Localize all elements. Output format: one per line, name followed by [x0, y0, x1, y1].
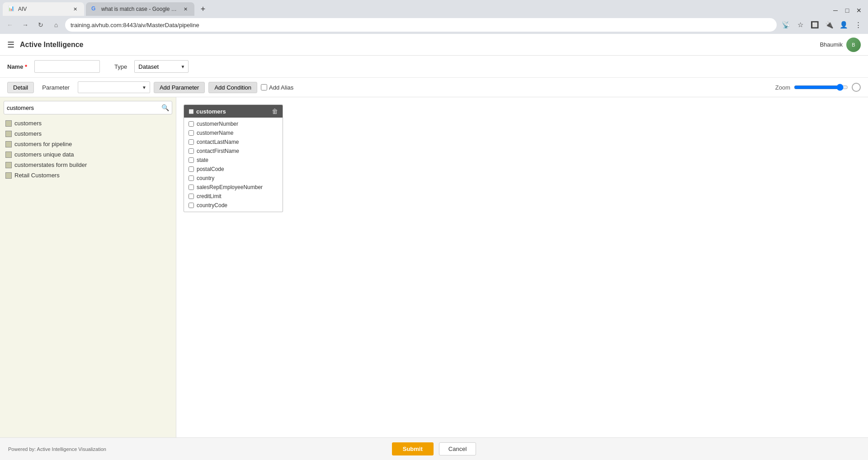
- dataset-icon: ▦: [189, 108, 193, 114]
- hamburger-menu[interactable]: ☰: [7, 40, 14, 50]
- add-parameter-button[interactable]: Add Parameter: [154, 82, 205, 93]
- field-label-countryCode: countryCode: [197, 202, 227, 209]
- zoom-controls: Zoom: [775, 83, 861, 92]
- cancel-button[interactable]: Cancel: [439, 442, 476, 455]
- field-label-contactLastName: contactLastName: [197, 139, 239, 145]
- name-input[interactable]: [34, 60, 100, 73]
- field-label-country: country: [197, 175, 214, 181]
- field-row-countryCode: countryCode: [184, 201, 283, 210]
- field-check-contactFirstName[interactable]: [189, 148, 194, 154]
- sidebar-item-label-3: customers for pipeline: [14, 141, 72, 147]
- detail-tab[interactable]: Detail: [7, 82, 34, 93]
- parameter-dropdown-wrapper: ▼: [78, 81, 150, 93]
- zoom-circle-indicator: [852, 83, 861, 92]
- submit-button[interactable]: Submit: [392, 442, 434, 455]
- field-label-creditLimit: creditLimit: [197, 193, 222, 199]
- dataset-delete-button[interactable]: 🗑: [272, 108, 278, 115]
- table-icon-3: [5, 141, 12, 147]
- sidebar-item-customerstates[interactable]: customerstates form builder: [4, 160, 172, 170]
- search-bar: 🔍: [4, 101, 172, 114]
- powered-by-text: Powered by: Active Intelligence Visualiz…: [8, 446, 106, 452]
- field-check-creditLimit[interactable]: [189, 194, 194, 199]
- tab-google[interactable]: G what is match case - Google Sea... ✕: [86, 2, 194, 16]
- bookmark-icon[interactable]: ☆: [794, 19, 807, 31]
- parameter-tab[interactable]: Parameter: [38, 82, 74, 93]
- sidebar-item-label-5: customerstates form builder: [14, 161, 87, 168]
- sidebar-item-customers-1[interactable]: customers: [4, 118, 172, 128]
- sidebar-item-customers-pipeline[interactable]: customers for pipeline: [4, 139, 172, 149]
- sidebar-item-customers-2[interactable]: customers: [4, 128, 172, 139]
- sidebar-item-label-1: customers: [14, 120, 42, 127]
- table-icon-2: [5, 131, 12, 137]
- cast-icon[interactable]: 📡: [779, 19, 792, 31]
- google-favicon: G: [91, 5, 99, 13]
- avatar-image: B: [852, 42, 855, 47]
- field-check-customerNumber[interactable]: [189, 121, 194, 127]
- field-label-customerName: customerName: [197, 130, 233, 136]
- app-footer: Powered by: Active Intelligence Visualiz…: [0, 437, 868, 460]
- add-alias-checkbox[interactable]: [261, 84, 267, 90]
- field-check-postalCode[interactable]: [189, 166, 194, 172]
- type-select[interactable]: Dataset Query Stored Procedure: [134, 60, 189, 73]
- sidebar-item-label-4: customers unique data: [14, 151, 74, 158]
- table-icon-4: [5, 152, 12, 158]
- table-icon-5: [5, 162, 12, 168]
- search-input[interactable]: [7, 102, 161, 113]
- field-row-postalCode: postalCode: [184, 165, 283, 174]
- parameter-select[interactable]: [78, 81, 150, 93]
- minimize-button[interactable]: ─: [830, 5, 841, 16]
- reload-button[interactable]: ↻: [34, 19, 47, 31]
- sidebar: 🔍 customers customers customers for pipe…: [0, 97, 176, 437]
- name-label: Name *: [7, 63, 27, 70]
- field-check-countryCode[interactable]: [189, 203, 194, 208]
- field-row-state: state: [184, 156, 283, 165]
- field-row-creditLimit: creditLimit: [184, 192, 283, 201]
- field-label-postalCode: postalCode: [197, 166, 224, 172]
- main-content: 🔍 customers customers customers for pipe…: [0, 97, 868, 437]
- tab-aiv-close[interactable]: ✕: [71, 5, 79, 13]
- maximize-button[interactable]: □: [842, 5, 853, 16]
- sidebar-item-customers-unique[interactable]: customers unique data: [4, 149, 172, 160]
- field-row-country: country: [184, 174, 283, 183]
- extension1-icon[interactable]: 🔲: [808, 19, 821, 31]
- sidebar-item-retail-customers[interactable]: Retail Customers: [4, 170, 172, 180]
- sidebar-list: customers customers customers for pipeli…: [4, 118, 172, 180]
- field-check-country[interactable]: [189, 175, 194, 181]
- menu-icon[interactable]: ⋮: [852, 19, 864, 31]
- field-label-state: state: [197, 157, 208, 163]
- tab-google-close[interactable]: ✕: [182, 5, 189, 13]
- field-check-customerName[interactable]: [189, 130, 194, 136]
- field-row-customerNumber: customerNumber: [184, 119, 283, 128]
- name-required: *: [25, 63, 27, 70]
- home-button[interactable]: ⌂: [50, 19, 62, 31]
- user-avatar[interactable]: B: [846, 38, 861, 52]
- dataset-card: ▦ customers 🗑 customerNumber customerNam…: [184, 104, 283, 212]
- field-label-customerNumber: customerNumber: [197, 121, 238, 127]
- canvas-area: ▦ customers 🗑 customerNumber customerNam…: [176, 97, 868, 437]
- zoom-label: Zoom: [775, 84, 790, 91]
- profile-icon[interactable]: 👤: [837, 19, 850, 31]
- close-button[interactable]: ✕: [854, 5, 864, 16]
- type-label: Type: [114, 63, 127, 70]
- address-input[interactable]: training.aivhub.com:8443/aiv/MasterData/…: [65, 18, 777, 32]
- zoom-slider[interactable]: [794, 84, 848, 91]
- aiv-favicon: 📊: [8, 5, 15, 13]
- forward-button[interactable]: →: [19, 19, 32, 31]
- table-icon-6: [5, 172, 12, 179]
- new-tab-button[interactable]: +: [196, 2, 210, 16]
- username: Bhaumik: [820, 41, 843, 48]
- add-condition-button[interactable]: Add Condition: [208, 82, 257, 93]
- field-label-contactFirstName: contactFirstName: [197, 148, 239, 154]
- table-icon-1: [5, 120, 12, 127]
- field-row-customerName: customerName: [184, 128, 283, 138]
- field-check-salesRepEmployeeNumber[interactable]: [189, 185, 194, 190]
- field-check-contactLastName[interactable]: [189, 139, 194, 145]
- add-alias-wrapper: Add Alias: [261, 84, 293, 91]
- sidebar-item-label-6: Retail Customers: [14, 172, 60, 179]
- dataset-fields: customerNumber customerName contactLastN…: [184, 118, 283, 212]
- back-button[interactable]: ←: [4, 19, 16, 31]
- field-check-state[interactable]: [189, 157, 194, 163]
- tab-aiv[interactable]: 📊 AIV ✕: [3, 2, 84, 16]
- extension2-icon[interactable]: 🔌: [823, 19, 835, 31]
- app-title: Active Intelligence: [20, 41, 84, 49]
